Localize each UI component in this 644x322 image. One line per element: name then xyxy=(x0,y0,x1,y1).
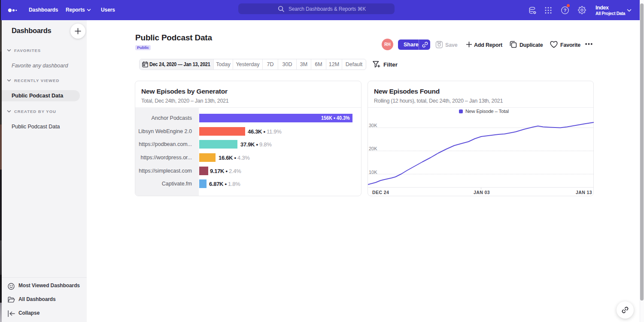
svg-text:?: ? xyxy=(563,8,566,13)
